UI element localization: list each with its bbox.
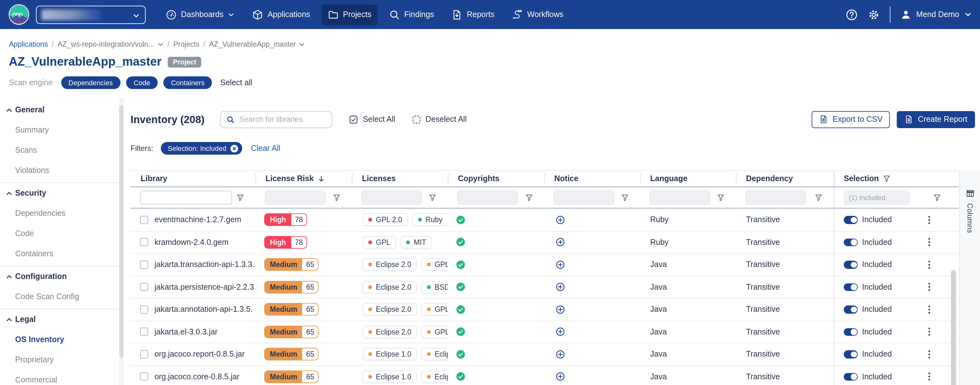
funnel-icon[interactable] xyxy=(717,194,725,201)
row-checkbox[interactable] xyxy=(140,350,148,358)
plus-circle-icon[interactable] xyxy=(555,327,565,337)
select-all-button[interactable]: Select All xyxy=(349,115,395,124)
sidebar-item[interactable]: Code Scan Config xyxy=(0,286,124,307)
library-search[interactable] xyxy=(220,111,332,128)
library-name[interactable]: jakarta.transaction-api-1.3.3. xyxy=(154,260,255,269)
license-chip[interactable]: Eclipse 2.0 xyxy=(363,259,417,271)
nav-item[interactable]: Reports xyxy=(445,4,501,25)
scan-engine-chip[interactable]: Dependencies xyxy=(61,77,121,89)
nav-item[interactable]: Applications xyxy=(246,4,317,25)
kebab-menu-icon[interactable] xyxy=(925,215,933,225)
nav-item[interactable]: Findings xyxy=(383,4,441,25)
sidebar-section-header[interactable]: Configuration xyxy=(0,266,124,286)
user-menu[interactable]: Mend Demo xyxy=(900,9,972,20)
kebab-menu-icon[interactable] xyxy=(925,283,933,292)
sidebar-section-header[interactable]: General xyxy=(0,100,124,120)
library-name[interactable]: org.jacoco.core-0.8.5.jar xyxy=(154,372,240,381)
plus-circle-icon[interactable] xyxy=(555,215,565,225)
kebab-menu-icon[interactable] xyxy=(925,372,933,382)
sidebar-item[interactable]: Containers xyxy=(0,244,124,264)
included-toggle[interactable] xyxy=(844,216,858,224)
chevron-down-icon[interactable] xyxy=(298,41,305,48)
notice-filter-input[interactable] xyxy=(554,191,614,204)
sidebar-item[interactable]: Summary xyxy=(0,120,124,140)
kebab-menu-icon[interactable] xyxy=(925,305,933,314)
row-checkbox[interactable] xyxy=(140,216,148,224)
funnel-icon[interactable] xyxy=(883,175,890,182)
table-header-cell[interactable]: Dependency xyxy=(736,171,834,186)
table-header-cell[interactable]: Licenses xyxy=(352,171,448,186)
included-toggle[interactable] xyxy=(844,260,858,268)
remove-filter-icon[interactable] xyxy=(230,144,239,152)
license-chip[interactable]: GPL 2.0 xyxy=(363,214,408,226)
plus-circle-icon[interactable] xyxy=(555,305,565,314)
funnel-icon[interactable] xyxy=(525,194,533,201)
gear-icon[interactable] xyxy=(868,8,880,21)
license-chip[interactable]: Eclipse 1.0 xyxy=(363,348,417,361)
licenses-filter-input[interactable] xyxy=(361,191,422,204)
row-checkbox[interactable] xyxy=(140,373,148,381)
included-toggle[interactable] xyxy=(844,328,858,336)
kebab-menu-icon[interactable] xyxy=(925,238,933,247)
license-chip[interactable]: Eclipse 2.0 xyxy=(363,303,417,316)
nav-item[interactable]: Projects xyxy=(321,4,378,25)
library-name[interactable]: jakarta.persistence-api-2.2.3 xyxy=(154,283,254,292)
sidebar-item[interactable]: Commercial xyxy=(0,370,124,385)
license-risk-filter-input[interactable] xyxy=(265,191,325,204)
scan-engine-select-all[interactable]: Select all xyxy=(220,78,252,87)
sidebar-item[interactable]: OS Inventory xyxy=(0,329,124,350)
breadcrumb-item[interactable]: Projects xyxy=(173,40,200,48)
sidebar-item[interactable]: Code xyxy=(0,224,124,244)
row-checkbox[interactable] xyxy=(140,238,148,246)
license-chip[interactable]: GPL xyxy=(422,326,448,338)
help-icon[interactable] xyxy=(846,8,858,21)
license-chip[interactable]: GPL xyxy=(422,303,448,316)
sidebar-scrollbar-thumb[interactable] xyxy=(119,105,124,358)
included-toggle[interactable] xyxy=(844,305,858,313)
license-chip[interactable]: GPL xyxy=(363,236,396,249)
table-scrollbar-thumb[interactable] xyxy=(951,270,956,385)
library-name[interactable]: org.jacoco.report-0.8.5.jar xyxy=(154,350,245,359)
included-toggle[interactable] xyxy=(844,238,858,246)
funnel-icon[interactable] xyxy=(621,194,629,201)
license-chip[interactable]: GPL xyxy=(422,259,448,271)
org-selector[interactable] xyxy=(36,5,146,24)
funnel-icon[interactable] xyxy=(429,194,436,201)
sidebar-item[interactable]: Scans xyxy=(0,140,124,160)
license-chip[interactable]: Eclipse 2.0 xyxy=(363,281,417,294)
table-header-cell[interactable]: License Risk xyxy=(255,171,352,186)
table-header-cell[interactable]: Notice xyxy=(544,171,640,186)
sidebar-item[interactable]: Dependencies xyxy=(0,203,124,224)
active-filter-chip[interactable]: Selection: Included xyxy=(161,142,242,155)
columns-tab[interactable]: Columns xyxy=(959,170,980,385)
selection-filter-value[interactable]: (1) Included xyxy=(844,191,909,204)
license-chip[interactable]: Eclipse 1.0 xyxy=(363,371,417,383)
mend-logo[interactable] xyxy=(8,4,30,25)
plus-circle-icon[interactable] xyxy=(555,238,565,247)
table-header-cell[interactable]: Library xyxy=(130,171,255,186)
sidebar-item[interactable]: Violations xyxy=(0,160,124,181)
sidebar-item[interactable]: Proprietary xyxy=(0,350,124,370)
export-csv-button[interactable]: Export to CSV xyxy=(812,111,890,128)
included-toggle[interactable] xyxy=(844,350,858,358)
sidebar-section-header[interactable]: Legal xyxy=(0,309,124,329)
license-chip[interactable]: Eclipse 1.0 xyxy=(422,371,448,383)
chevron-down-icon[interactable] xyxy=(157,41,164,48)
breadcrumb-item[interactable]: AZ_ws-repo-integration/vuln... xyxy=(57,40,164,48)
row-checkbox[interactable] xyxy=(140,283,148,291)
library-name[interactable]: jakarta.annotation-api-1.3.5. xyxy=(154,305,253,314)
breadcrumb-item[interactable]: Applications xyxy=(9,40,48,48)
breadcrumb-item[interactable]: AZ_VulnerableApp_master xyxy=(209,40,305,48)
included-toggle[interactable] xyxy=(844,283,858,291)
funnel-icon[interactable] xyxy=(933,194,941,201)
row-checkbox[interactable] xyxy=(140,328,148,336)
library-name[interactable]: jakarta.el-3.0.3.jar xyxy=(154,327,218,336)
copyrights-filter-input[interactable] xyxy=(457,191,518,204)
license-chip[interactable]: Ruby xyxy=(412,214,448,226)
row-checkbox[interactable] xyxy=(140,260,148,269)
funnel-icon[interactable] xyxy=(333,194,340,201)
kebab-menu-icon[interactable] xyxy=(925,327,933,337)
kebab-menu-icon[interactable] xyxy=(925,350,933,359)
plus-circle-icon[interactable] xyxy=(555,372,565,382)
license-chip[interactable]: MIT xyxy=(401,236,432,249)
